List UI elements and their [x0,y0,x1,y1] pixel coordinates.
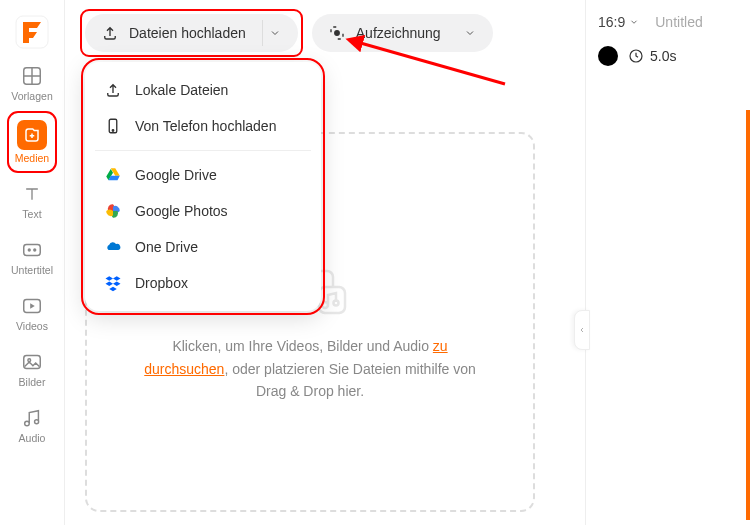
upload-icon [103,80,123,100]
dropdown-item-label: Von Telefon hochladen [135,118,276,134]
sidebar: Vorlagen Medien Text Untertitel Videos [0,0,65,525]
svg-rect-2 [24,245,41,256]
google-photos-icon [103,201,123,221]
dropdown-item-local-files[interactable]: Lokale Dateien [91,72,315,108]
upload-dropdown-menu: Lokale Dateien Von Telefon hochladen Goo… [85,62,321,311]
aspect-ratio-value: 16:9 [598,14,625,30]
onedrive-icon [103,237,123,257]
templates-icon [20,64,44,88]
images-icon [20,350,44,374]
app-logo [12,12,52,52]
dropdown-item-google-photos[interactable]: Google Photos [91,193,315,229]
clip-color-dot [598,46,618,66]
dropzone-text-suffix: , oder platzieren Sie Dateien mithilfe v… [224,361,475,399]
dropdown-item-onedrive[interactable]: One Drive [91,229,315,265]
sidebar-item-label: Videos [16,320,48,332]
dropdown-separator [95,150,311,151]
chevron-down-icon [629,17,639,27]
sidebar-item-videos[interactable]: Videos [10,288,54,338]
sidebar-item-subtitles[interactable]: Untertitel [10,232,54,282]
google-drive-icon [103,165,123,185]
annotation-arrow [345,34,515,104]
upload-files-label: Dateien hochladen [129,25,246,41]
clock-icon [628,48,644,64]
upload-dropdown-toggle[interactable] [262,20,288,46]
dropdown-item-label: One Drive [135,239,198,255]
media-icon [17,120,47,150]
svg-point-9 [335,31,340,36]
sidebar-item-text[interactable]: Text [10,176,54,226]
timeline-playhead[interactable] [746,110,750,520]
svg-rect-16 [319,287,345,313]
svg-line-12 [357,42,505,84]
right-panel: 16:9 Untitled 5.0s [585,0,750,525]
upload-button-group: Dateien hochladen [85,14,298,52]
subtitles-icon [20,238,44,262]
project-title[interactable]: Untitled [655,14,702,30]
svg-point-3 [28,249,30,251]
upload-icon [101,24,119,42]
dropbox-icon [103,273,123,293]
text-icon [20,182,44,206]
dropdown-item-dropbox[interactable]: Dropbox [91,265,315,301]
dropzone-text-prefix: Klicken, um Ihre Videos, Bilder und Audi… [172,338,432,354]
svg-rect-6 [24,356,41,369]
sidebar-item-label: Medien [15,152,49,164]
dropdown-item-label: Dropbox [135,275,188,291]
dropdown-item-label: Google Photos [135,203,228,219]
sidebar-item-templates[interactable]: Vorlagen [10,58,54,108]
dropdown-item-label: Lokale Dateien [135,82,228,98]
sidebar-item-label: Audio [19,432,46,444]
svg-point-8 [35,420,39,424]
record-icon [328,24,346,42]
sidebar-item-images[interactable]: Bilder [10,344,54,394]
audio-icon [20,406,44,430]
main-panel: Dateien hochladen Aufzeichnung [65,0,585,525]
sidebar-item-label: Bilder [19,376,46,388]
panel-collapse-handle[interactable] [574,310,590,350]
sidebar-item-label: Untertitel [11,264,53,276]
svg-point-11 [112,130,114,132]
chevron-left-icon [578,324,586,336]
dropdown-item-google-drive[interactable]: Google Drive [91,157,315,193]
timeline-clip[interactable]: 5.0s [598,46,738,66]
dropdown-item-phone-upload[interactable]: Von Telefon hochladen [91,108,315,144]
sidebar-item-audio[interactable]: Audio [10,400,54,450]
dropzone-text: Klicken, um Ihre Videos, Bilder und Audi… [130,335,490,402]
sidebar-item-media[interactable]: Medien [10,114,54,170]
phone-icon [103,116,123,136]
svg-point-4 [34,249,36,251]
upload-files-button[interactable]: Dateien hochladen [85,14,298,52]
videos-icon [20,294,44,318]
aspect-ratio-selector[interactable]: 16:9 [598,14,639,30]
clip-duration: 5.0s [650,48,676,64]
sidebar-item-label: Text [22,208,41,220]
sidebar-item-label: Vorlagen [11,90,52,102]
dropdown-item-label: Google Drive [135,167,217,183]
